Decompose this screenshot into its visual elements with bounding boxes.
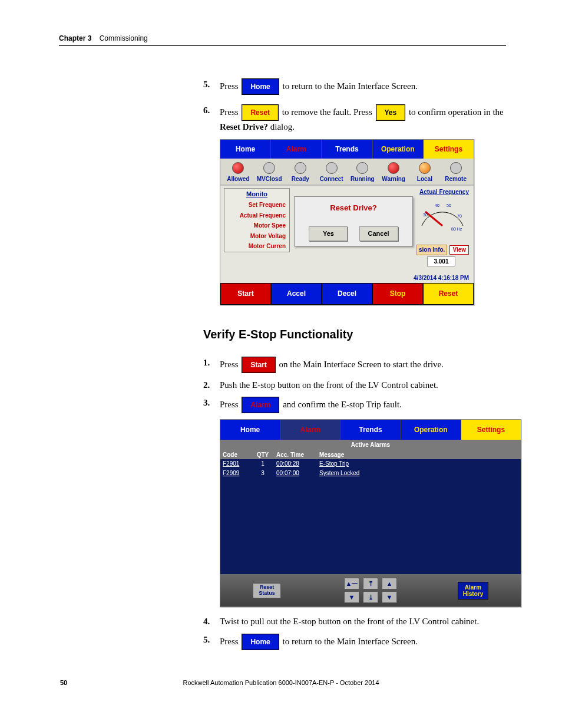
tab2-trends[interactable]: Trends	[340, 420, 401, 440]
svg-text:50: 50	[447, 203, 451, 207]
bottom-button-bar: Start Accel Decel Stop Reset	[220, 283, 474, 304]
line-down-icon[interactable]: ▼	[382, 591, 397, 603]
lamp-remote-icon	[450, 162, 462, 174]
chapter-label: Chapter 3	[59, 34, 91, 42]
lamp-allowed-icon	[232, 162, 244, 174]
accel-button[interactable]: Accel	[271, 283, 322, 304]
scroll-top-icon[interactable]: ▲	[344, 578, 359, 589]
step-5c: Press Home to return to the Main Interfa…	[203, 634, 527, 650]
tab2-alarm[interactable]: Alarm	[280, 420, 340, 440]
top-tab-bar: Home Alarm Trends Operation Settings	[220, 140, 474, 159]
tab-settings[interactable]: Settings	[424, 140, 474, 159]
tab-home[interactable]: Home	[220, 140, 271, 159]
page-up-icon[interactable]: ⤒	[363, 578, 378, 589]
page-down-icon[interactable]: ⤓	[363, 591, 378, 603]
line-up-icon[interactable]: ▲	[382, 578, 397, 589]
steps-b-container: Press Start on the Main Interface Screen…	[203, 357, 527, 650]
version-value: 3.001	[427, 256, 455, 267]
reset-bottom-button[interactable]: Reset	[423, 283, 474, 304]
step-list-c: Twist to pull out the E-stop button on t…	[203, 615, 527, 650]
step-4c: Twist to pull out the E-stop button on t…	[203, 615, 527, 627]
active-alarms-header: Active Alarms	[220, 440, 521, 450]
scroll-bottom-icon[interactable]: ▼	[344, 591, 359, 603]
step-6a: Press Reset to remove the fault. Press Y…	[203, 104, 506, 133]
step-list-a: Press Home to return to the Main Interfa…	[203, 78, 506, 133]
frequency-gauge: Actual Frequency 30 40 50 70 80 Hz	[416, 188, 469, 232]
alarm-top-tab-bar: Home Alarm Trends Operation Settings	[220, 420, 521, 440]
lamp-mvclosd-icon	[263, 162, 275, 174]
section-heading: Verify E-Stop Functionality	[203, 328, 562, 341]
lamp-local-icon	[419, 162, 431, 174]
hmi-screenshot-reset-drive: Home Alarm Trends Operation Settings All…	[220, 139, 474, 305]
chapter-title: Commissioning	[100, 34, 148, 42]
dialog-cancel-button[interactable]: Cancel	[359, 226, 398, 241]
dialog-yes-button[interactable]: Yes	[309, 226, 348, 241]
step-list-b: Press Start on the Main Interface Screen…	[203, 357, 527, 414]
yes-button[interactable]: Yes	[376, 104, 406, 121]
start-button[interactable]: Start	[220, 283, 271, 304]
reset-status-button[interactable]: Reset Status	[253, 583, 281, 598]
step-3b: Press Alarm and confirm the E-stop Trip …	[203, 397, 527, 413]
stop-button[interactable]: Stop	[372, 283, 423, 304]
alarm-body: F2901 1 00:00:28 E-Stop Trip F2909 3 00:…	[220, 459, 521, 574]
lamp-running-icon	[356, 162, 368, 174]
alarm-inline-button[interactable]: Alarm	[242, 397, 279, 413]
step-2b: Push the E-stop button on the front of t…	[203, 379, 527, 391]
lamp-warning-icon	[388, 162, 399, 174]
home-button[interactable]: Home	[242, 78, 279, 95]
start-inline-button[interactable]: Start	[242, 357, 275, 373]
view-button[interactable]: View	[449, 245, 469, 255]
alarm-columns: Code QTY Acc. Time Message	[220, 450, 521, 460]
tab2-home[interactable]: Home	[220, 420, 280, 440]
tab-trends[interactable]: Trends	[322, 140, 372, 159]
version-info: sion Info.View 3.001	[416, 245, 469, 266]
svg-text:40: 40	[435, 203, 439, 207]
status-lamp-row: Allowed MVClosd Ready Connect Running Wa…	[220, 159, 474, 186]
reset-drive-dialog: Reset Drive? Yes Cancel	[294, 196, 413, 246]
lamp-ready-icon	[295, 162, 306, 174]
monitor-side-list: Monito Set Frequenc Actual Frequenc Moto…	[224, 188, 290, 252]
tab-operation[interactable]: Operation	[373, 140, 424, 159]
tab2-operation[interactable]: Operation	[401, 420, 461, 440]
lamp-connect-icon	[326, 162, 338, 174]
home-inline-button-2[interactable]: Home	[242, 634, 279, 650]
gauge-icon: 30 40 50 70 80 Hz	[416, 196, 469, 232]
svg-text:80 Hz: 80 Hz	[451, 227, 462, 231]
step-1b: Press Start on the Main Interface Screen…	[203, 357, 527, 373]
alarm-row: F2901 1 00:00:28 E-Stop Trip	[220, 459, 521, 469]
dialog-title: Reset Drive?	[295, 203, 412, 213]
tab-alarm[interactable]: Alarm	[271, 140, 322, 159]
page-header: Chapter 3 Commissioning	[59, 32, 506, 46]
decel-button[interactable]: Decel	[322, 283, 372, 304]
reset-button[interactable]: Reset	[242, 104, 279, 121]
alarm-row: F2909 3 00:07:00 System Locked	[220, 469, 521, 478]
timestamp: 4/3/2014 4:16:18 PM	[414, 274, 469, 282]
publication-id: Rockwell Automation Publication 6000-IN0…	[0, 679, 562, 686]
alarm-footer-bar: Reset Status ▲ ▼ ⤒ ⤓ ▲ ▼ Alarm Histo	[220, 574, 521, 607]
hmi-screenshot-alarms: Home Alarm Trends Operation Settings Act…	[220, 419, 521, 607]
svg-text:70: 70	[457, 214, 462, 218]
svg-text:30: 30	[423, 213, 428, 217]
alarm-history-button[interactable]: Alarm History	[458, 582, 488, 599]
step-5a: Press Home to return to the Main Interfa…	[203, 78, 506, 95]
tab2-settings[interactable]: Settings	[461, 420, 521, 440]
